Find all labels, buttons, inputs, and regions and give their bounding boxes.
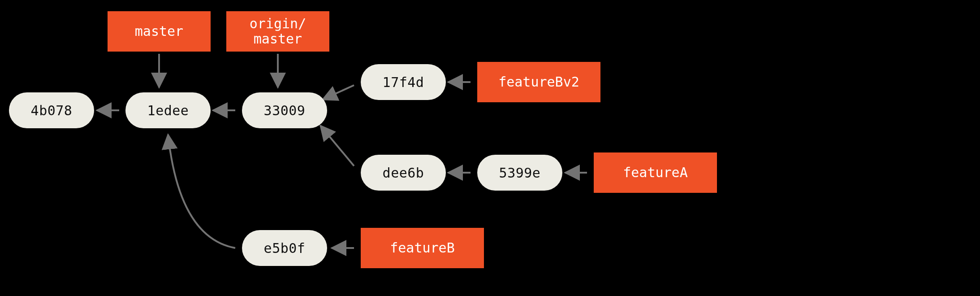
commit-e5b0f: e5b0f bbox=[242, 230, 327, 266]
git-graph-diagram: 4b078 1edee 33009 17f4d dee6b 5399e e5b0… bbox=[0, 0, 980, 296]
commit-1edee: 1edee bbox=[125, 92, 211, 128]
branch-origin-master: origin/ master bbox=[226, 11, 329, 52]
commit-4b078: 4b078 bbox=[9, 92, 94, 128]
branch-featureBv2: featureBv2 bbox=[477, 62, 600, 102]
edge-e5b0f-to-1edee bbox=[168, 135, 235, 248]
commit-5399e: 5399e bbox=[477, 155, 562, 191]
commit-dee6b: dee6b bbox=[361, 155, 446, 191]
commit-17f4d: 17f4d bbox=[361, 64, 446, 100]
edge-dee6b-to-33009 bbox=[320, 126, 354, 166]
branch-master: master bbox=[108, 11, 211, 52]
commit-33009: 33009 bbox=[242, 92, 327, 128]
branch-featureA: featureA bbox=[594, 152, 717, 193]
branch-featureB: featureB bbox=[361, 228, 484, 268]
edge-17f4d-to-33009 bbox=[323, 85, 354, 100]
